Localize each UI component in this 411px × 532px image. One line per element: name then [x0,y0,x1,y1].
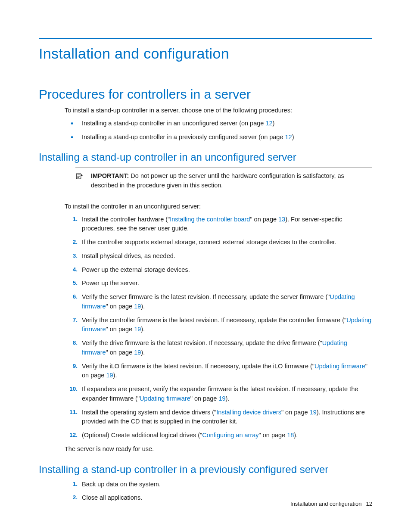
list-item: (Optional) Create additional logical dri… [65,431,372,440]
list-item: Install the operating system and device … [65,408,372,427]
text: ). [113,372,117,379]
list-item: Power up the server. [65,279,372,288]
important-icon [75,171,84,190]
list-item: Verify the drive firmware is the latest … [65,339,372,358]
list-item: Back up data on the system. [65,480,372,489]
text: Verify the iLO firmware is the latest re… [82,363,314,370]
numbered-list: Install the controller hardware ("Instal… [65,215,372,440]
cross-ref-link[interactable]: Updating firmware [140,395,190,402]
bullet-list: Installing a stand-up controller in an u… [65,119,372,142]
text: ) [273,120,275,127]
text: Install the controller hardware (" [82,216,170,223]
cross-ref-link[interactable]: Configuring an array [202,432,258,439]
list-item: Power up the external storage devices. [65,265,372,275]
page-link[interactable]: 19 [134,303,141,310]
intro-text: To install a stand-up controller in a se… [65,106,372,115]
important-callout: IMPORTANT: Do not power up the server un… [75,168,372,194]
bullet-item: Installing a stand-up controller in an u… [65,119,372,128]
list-item: Verify the iLO firmware is the latest re… [65,362,372,381]
cross-ref-link[interactable]: Installing device drivers [216,409,281,416]
list-item: If the controller supports external stor… [65,238,372,247]
bullet-item: Installing a stand-up controller in a pr… [65,133,372,142]
page-link[interactable]: 12 [265,120,272,127]
list-item: If expanders are present, verify the exp… [65,385,372,404]
page-link[interactable]: 19 [134,349,141,356]
text: (Optional) Create additional logical dri… [82,432,202,439]
page-link[interactable]: 18 [287,432,294,439]
text: ). [141,303,145,310]
text: Installing a stand-up controller in an u… [82,120,265,127]
text: Verify the server firmware is the latest… [82,293,330,300]
text: ). [141,349,145,356]
important-text: IMPORTANT: Do not power up the server un… [91,171,372,190]
text: " on page [190,395,219,402]
page-link[interactable]: 12 [285,134,292,140]
page-link[interactable]: 19 [218,395,225,402]
text: ). [141,326,145,333]
list-item: Install the controller hardware ("Instal… [65,215,372,234]
text: ). [294,432,298,439]
cross-ref-link[interactable]: Updating firmware [314,363,365,370]
text: Installing a stand-up controller in a pr… [82,134,285,140]
text: ) [292,134,294,140]
text: Verify the drive firmware is the latest … [82,339,322,346]
top-rule [39,38,372,39]
cross-ref-link[interactable]: Installing the controller board [170,216,250,223]
page-link[interactable]: 13 [278,216,285,223]
page-link[interactable]: 19 [134,326,141,333]
heading-3: Installing a stand-up controller in a pr… [39,464,372,476]
outro-text: The server is now ready for use. [65,445,372,454]
text: " on page [106,326,134,333]
footer-text: Installation and configuration [290,501,362,507]
numbered-list-2: Back up data on the system. Close all ap… [65,480,372,503]
heading-3: Installing a stand-up controller in an u… [39,151,372,163]
important-label: IMPORTANT: [91,172,129,179]
heading-1: Installation and configuration [39,45,372,62]
text: " on page [281,409,310,416]
text: " on page [250,216,278,223]
footer-page-number: 12 [366,501,372,507]
text: ). [226,395,230,402]
text: " on page [106,349,134,356]
text: Do not power up the server until the har… [91,172,344,189]
list-item: Install physical drives, as needed. [65,252,372,261]
text: " on page [259,432,287,439]
text: Install the operating system and device … [82,409,216,416]
intro-text-2: To install the controller in an unconfig… [65,202,372,212]
page-footer: Installation and configuration12 [290,501,372,507]
text: " on page [106,303,134,310]
page-link[interactable]: 19 [310,409,317,416]
list-item: Verify the controller firmware is the la… [65,316,372,335]
text: Verify the controller firmware is the la… [82,317,346,324]
heading-2: Procedures for controllers in a server [39,87,372,102]
list-item: Verify the server firmware is the latest… [65,292,372,311]
page-link[interactable]: 19 [106,372,113,379]
